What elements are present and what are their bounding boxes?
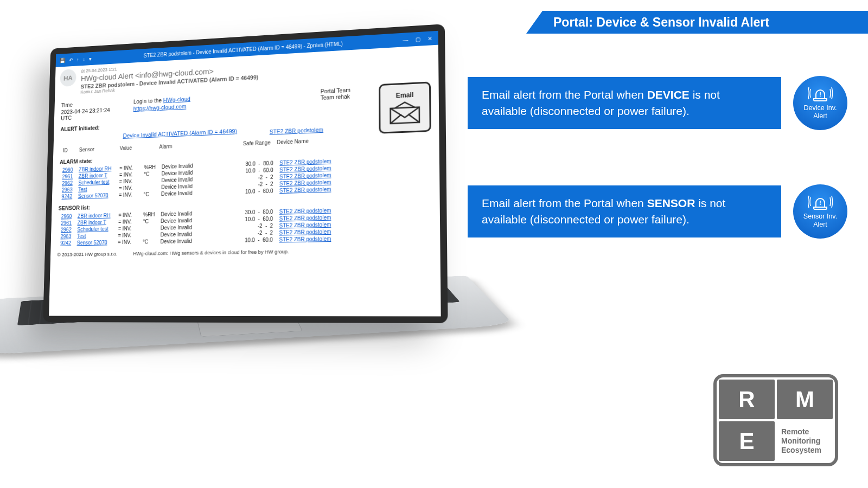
callout-text: Email alert from the Portal when DEVICE … [468, 77, 781, 130]
sensor-name-link[interactable]: Scheduler test [78, 179, 109, 185]
sensor-id-link[interactable]: 9242 [62, 194, 73, 200]
sensor-name-link[interactable]: Test [78, 187, 87, 192]
to-value: Jan Rehak [94, 88, 114, 94]
sensor-id-link[interactable]: 2962 [61, 227, 72, 233]
laptop-screen-bezel: 💾 ↶ ↑ ↓ ▾ STE2 ZBR podstolem - Device In… [43, 24, 448, 323]
sensor-id-link[interactable]: 9242 [60, 240, 71, 246]
sensor-name-link[interactable]: Scheduler test [77, 226, 108, 233]
device-name-link[interactable]: STE2 ZBR podstolem [279, 222, 331, 229]
page-title: Portal: Device & Sensor Invalid Alert [553, 15, 769, 30]
sensor-name-link[interactable]: ZBR indoor T [79, 172, 107, 179]
sensor-id-link[interactable]: 2961 [62, 174, 73, 179]
laptop-mockup: 💾 ↶ ↑ ↓ ▾ STE2 ZBR podstolem - Device In… [27, 30, 472, 442]
callout-text: Email alert from the Portal when SENSOR … [468, 185, 781, 238]
callout-sensor-invalid: Email alert from the Portal when SENSOR … [468, 179, 847, 244]
sensor-name-link[interactable]: ZBR indoor RH [79, 166, 112, 172]
sensor-name-link[interactable]: Sensor 52070 [78, 192, 108, 199]
window-minimize-icon[interactable]: ― [401, 36, 409, 43]
time-value: 2023-04-24 23:21:24 UTC [61, 107, 114, 121]
siren-icon: ! [808, 86, 833, 102]
login-cloud-link[interactable]: HWg-cloud [163, 95, 190, 103]
toolbar-icon[interactable]: ↑ [76, 56, 79, 62]
device-name-link[interactable]: STE2 ZBR podstolem [279, 208, 331, 215]
toolbar-icon[interactable]: ↶ [69, 57, 73, 62]
login-label: Login to the [133, 97, 163, 105]
sensor-id-link[interactable]: 2960 [62, 167, 73, 173]
window-maximize-icon[interactable]: ▢ [414, 36, 422, 42]
sensor-name-link[interactable]: ZBR indoor RH [78, 213, 111, 219]
sensor-invalid-alert-icon: ! Sensor Inv. Alert [793, 184, 847, 239]
avatar: HA [60, 69, 76, 87]
page-title-banner: Portal: Device & Sensor Invalid Alert [526, 11, 868, 34]
rme-r: R [719, 380, 775, 419]
toolbar-icon[interactable]: ▾ [89, 56, 92, 61]
email-footer: © 2013-2021 HW group s.r.o. HWg-cloud.co… [57, 246, 432, 257]
device-invalid-alert-icon: ! Device Inv. Alert [793, 76, 847, 130]
rme-e: E [719, 421, 775, 461]
sensor-name-link[interactable]: Test [77, 233, 86, 239]
email-client-window: 💾 ↶ ↑ ↓ ▾ STE2 ZBR podstolem - Device In… [49, 31, 441, 317]
sensor-id-link[interactable]: 2963 [62, 187, 73, 193]
email-envelope-icon: Email [379, 81, 431, 133]
device-name-link[interactable]: STE2 ZBR podstolem [279, 187, 331, 194]
device-name-link[interactable]: STE2 ZBR podstolem [279, 236, 331, 243]
device-name-link[interactable]: STE2 ZBR podstolem [279, 229, 331, 236]
toolbar-icon[interactable]: ↓ [82, 56, 85, 62]
rme-m: M [777, 380, 833, 419]
callout-device-invalid: Email alert from the Portal when DEVICE … [468, 70, 847, 136]
sensor-name-link[interactable]: Sensor 52070 [77, 240, 107, 246]
window-close-icon[interactable]: ✕ [426, 35, 433, 42]
sensor-id-link[interactable]: 2962 [62, 180, 73, 186]
to-label: Komu: [80, 89, 93, 94]
portal-team-info: Portal Team Team rehak [321, 87, 350, 101]
siren-icon: ! [808, 194, 833, 210]
sensor-id-link[interactable]: 2960 [61, 214, 72, 220]
rme-text: Remote Monitoring Ecosystem [777, 421, 833, 461]
save-icon[interactable]: 💾 [60, 57, 66, 63]
cloud-url-link[interactable]: https://hwg-cloud.com [133, 103, 187, 112]
rme-logo: R M E Remote Monitoring Ecosystem [713, 374, 838, 466]
sensor-id-link[interactable]: 2961 [61, 220, 72, 226]
svg-text:!: ! [819, 200, 821, 206]
svg-text:!: ! [819, 91, 821, 98]
device-name-link[interactable]: STE2 ZBR podstolem [279, 215, 331, 222]
sensor-list-table: 2960ZBR indoor RH= INV.%RHDevice Invalid… [58, 204, 432, 246]
sensor-id-link[interactable]: 2963 [61, 234, 72, 240]
message-body: Email Portal Team Team rehak Time Login … [50, 80, 441, 262]
sensor-name-link[interactable]: ZBR indoor T [78, 220, 106, 226]
